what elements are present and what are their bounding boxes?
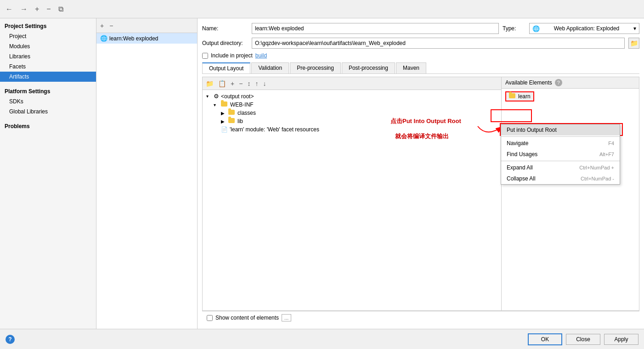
remove-toolbar-button[interactable]: − <box>45 4 52 14</box>
forward-button[interactable]: → <box>18 4 29 14</box>
right-pane: + − 🌐 learn:Web exploded Name: Type: 🌐 W… <box>96 18 644 329</box>
collapse-all-shortcut: Ctrl+NumPad - <box>581 176 614 181</box>
tree-list-btn[interactable]: 📋 <box>217 80 227 87</box>
output-dir-folder-button[interactable]: 📁 <box>628 38 639 49</box>
tree-children-root: ▾ WEB-INF ▶ classes <box>212 101 499 134</box>
available-title: Available Elements ? <box>502 77 639 89</box>
tab-maven[interactable]: Maven <box>396 62 426 73</box>
tree-item-lib[interactable]: ▶ lib <box>219 117 499 125</box>
name-label: Name: <box>202 25 248 32</box>
artifact-list-item[interactable]: 🌐 learn:Web exploded <box>96 33 197 44</box>
sidebar-item-sdks[interactable]: SDKs <box>0 96 96 107</box>
tab-pre-processing[interactable]: Pre-processing <box>290 62 341 73</box>
tree-folder-btn[interactable]: 📁 <box>204 80 215 87</box>
learn-item-highlight[interactable]: learn <box>505 91 534 101</box>
tree-item-classes[interactable]: ▶ classes <box>219 109 499 117</box>
add-toolbar-button[interactable]: + <box>33 4 41 14</box>
sidebar-item-modules[interactable]: Modules <box>0 41 96 51</box>
type-chevron-icon: ▾ <box>633 25 636 32</box>
tab-output-layout[interactable]: Output Layout <box>202 62 250 73</box>
tree-panel: 📁 📋 + − ↕ ↑ ↓ ▾ ⚙ <box>202 77 502 311</box>
show-content-checkbox[interactable] <box>207 315 213 321</box>
back-button[interactable]: ← <box>4 4 15 14</box>
tree-sort-btn[interactable]: ↕ <box>246 80 252 87</box>
include-checkbox[interactable] <box>202 53 208 59</box>
sidebar-item-project[interactable]: Project <box>0 31 96 41</box>
main-content: Project Settings Project Modules Librari… <box>0 18 644 329</box>
available-elements-label: Available Elements <box>505 79 552 86</box>
collapse-all-label: Collapse All <box>507 175 536 182</box>
content-area: 📁 📋 + − ↕ ↑ ↓ ▾ ⚙ <box>202 77 639 311</box>
context-menu-item-put-into-output-root[interactable]: Put into Output Root <box>501 124 620 135</box>
expander-icon: ▶ <box>221 111 226 116</box>
context-menu-separator-1 <box>501 136 620 137</box>
tab-validation[interactable]: Validation <box>251 62 289 73</box>
top-toolbar: ← → + − ⧉ <box>0 0 644 18</box>
ok-button[interactable]: OK <box>528 333 562 345</box>
tree-item-web-inf[interactable]: ▾ WEB-INF <box>212 101 499 109</box>
add-artifact-button[interactable]: + <box>98 21 106 30</box>
help-button[interactable]: ? <box>6 335 15 344</box>
context-menu-item-collapse-all[interactable]: Collapse All Ctrl+NumPad - <box>501 173 620 184</box>
tree-remove-btn[interactable]: − <box>237 80 244 87</box>
type-value: Web Application: Exploded <box>554 25 620 32</box>
tree-down-btn[interactable]: ↓ <box>261 80 267 87</box>
output-dir-label: Output directory: <box>202 40 248 46</box>
expander-icon: ▾ <box>206 94 212 99</box>
sidebar-item-global-libraries[interactable]: Global Libraries <box>0 107 96 117</box>
context-menu-item-find-usages[interactable]: Find Usages Alt+F7 <box>501 149 620 160</box>
output-dir-row: Output directory: 📁 <box>202 38 639 49</box>
close-button[interactable]: Close <box>566 334 600 345</box>
sidebar-item-libraries[interactable]: Libraries <box>0 51 96 62</box>
apply-button[interactable]: Apply <box>604 334 638 345</box>
artifact-list-toolbar: + − <box>96 18 197 33</box>
sidebar: Project Settings Project Modules Librari… <box>0 18 96 329</box>
find-usages-shortcut: Alt+F7 <box>599 152 614 157</box>
module-icon: 📄 <box>221 126 228 133</box>
tabs-bar: Output Layout Validation Pre-processing … <box>202 62 639 74</box>
tree-item-learn-module[interactable]: 📄 'learn' module: 'Web' facet resources <box>212 125 499 134</box>
tree-add-btn[interactable]: + <box>229 80 236 87</box>
build-link[interactable]: build <box>255 52 267 59</box>
context-menu-item-expand-all[interactable]: Expand All Ctrl+NumPad + <box>501 162 620 173</box>
gear-icon: ⚙ <box>214 93 219 100</box>
show-content-label: Show content of elements <box>215 315 279 321</box>
name-input[interactable] <box>252 23 499 34</box>
tree-up-btn[interactable]: ↑ <box>254 80 260 87</box>
tab-post-processing[interactable]: Post-processing <box>342 62 395 73</box>
tree-content: ▾ ⚙ <output root> ▾ WEB-INF <box>203 90 501 310</box>
dotdotdot-button[interactable]: ... <box>282 314 291 321</box>
folder-icon <box>221 101 228 108</box>
available-panel: Available Elements ? learn <box>502 77 639 311</box>
sidebar-item-facets[interactable]: Facets <box>0 62 96 72</box>
web-inf-label: WEB-INF <box>230 101 254 108</box>
available-item-learn[interactable]: learn <box>503 90 637 102</box>
folder-icon <box>509 93 516 100</box>
artifact-list-panel: + − 🌐 learn:Web exploded <box>96 18 198 329</box>
find-usages-label: Find Usages <box>507 151 537 158</box>
footer: ? OK Close Apply <box>0 329 644 349</box>
name-row: Name: Type: 🌐 Web Application: Exploded … <box>202 23 639 34</box>
type-label: Type: <box>503 25 525 32</box>
expander-icon: ▶ <box>221 119 226 124</box>
output-root-label: <output root> <box>221 93 254 100</box>
type-icon: 🌐 <box>532 25 540 32</box>
output-dir-input[interactable] <box>252 38 625 49</box>
folder-icon <box>228 118 236 124</box>
context-menu: Put into Output Root Navigate F4 Find Us… <box>501 124 620 185</box>
tree-item-output-root[interactable]: ▾ ⚙ <output root> <box>204 92 499 101</box>
expand-all-label: Expand All <box>507 164 533 171</box>
help-icon[interactable]: ? <box>555 79 562 86</box>
copy-toolbar-button[interactable]: ⧉ <box>56 4 65 14</box>
folder-icon <box>228 110 236 116</box>
lib-label: lib <box>237 118 243 124</box>
type-dropdown[interactable]: 🌐 Web Application: Exploded ▾ <box>529 23 639 34</box>
learn-module-label: 'learn' module: 'Web' facet resources <box>230 126 319 133</box>
remove-artifact-button[interactable]: − <box>107 21 115 30</box>
context-menu-item-navigate[interactable]: Navigate F4 <box>501 138 620 149</box>
include-checkbox-row: Include in project build <box>202 52 639 59</box>
tree-children-webinf: ▶ classes ▶ lib <box>219 109 499 125</box>
sidebar-item-artifacts[interactable]: Artifacts <box>0 72 96 82</box>
navigate-shortcut: F4 <box>608 141 614 146</box>
available-learn-label: learn <box>518 93 531 100</box>
